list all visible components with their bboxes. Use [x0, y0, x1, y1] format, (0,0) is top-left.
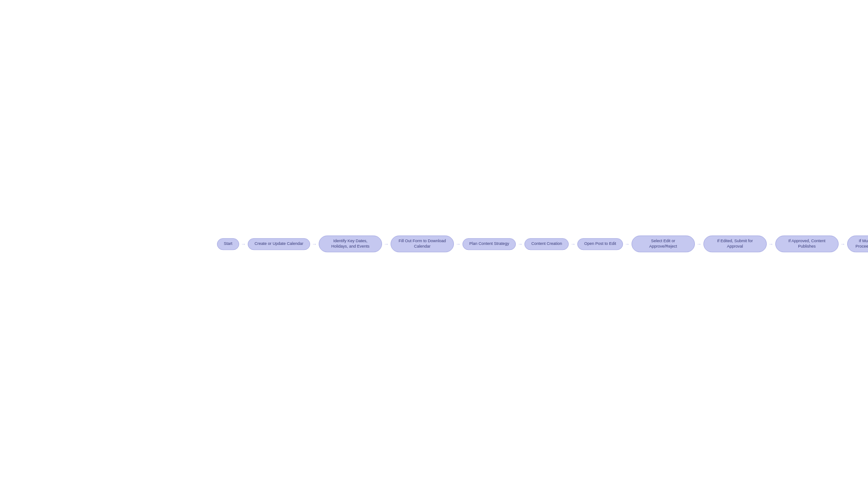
flow-node-open-post-to-edit[interactable]: Open Post to Edit — [577, 238, 623, 250]
flow-node-content-creation[interactable]: Content Creation — [524, 238, 569, 250]
flow-arrow-7 — [697, 241, 702, 247]
flow-arrow-2 — [384, 241, 389, 247]
flow-node-if-multi-step[interactable]: If Multi-Step Approval, Proceed to Next … — [847, 235, 868, 252]
flow-node-if-approved-publishes[interactable]: If Approved, Content Publishes — [775, 235, 839, 252]
flow-arrow-1 — [312, 241, 317, 247]
diagram-canvas: StartCreate or Update CalendarIdentify K… — [0, 0, 868, 488]
flow-node-start[interactable]: Start — [217, 238, 239, 250]
flow-arrow-4 — [518, 241, 523, 247]
flow-node-fill-out-form[interactable]: Fill Out Form to Download Calendar — [391, 235, 454, 252]
flow-arrow-0 — [241, 241, 246, 247]
flow-arrow-9 — [840, 241, 845, 247]
flow-node-select-edit-approve-reject[interactable]: Select Edit or Approve/Reject — [632, 235, 695, 252]
flow-node-if-edited-submit[interactable]: If Edited, Submit for Approval — [703, 235, 767, 252]
flow-arrow-6 — [625, 241, 630, 247]
flow-node-identify-key-dates[interactable]: Identify Key Dates, Holidays, and Events — [319, 235, 382, 252]
flow-arrow-5 — [571, 241, 576, 247]
flow-node-create-update-calendar[interactable]: Create or Update Calendar — [248, 238, 310, 250]
flow-diagram: StartCreate or Update CalendarIdentify K… — [217, 235, 651, 252]
flow-node-plan-content-strategy[interactable]: Plan Content Strategy — [462, 238, 516, 250]
flow-arrow-3 — [456, 241, 461, 247]
flow-arrow-8 — [769, 241, 774, 247]
